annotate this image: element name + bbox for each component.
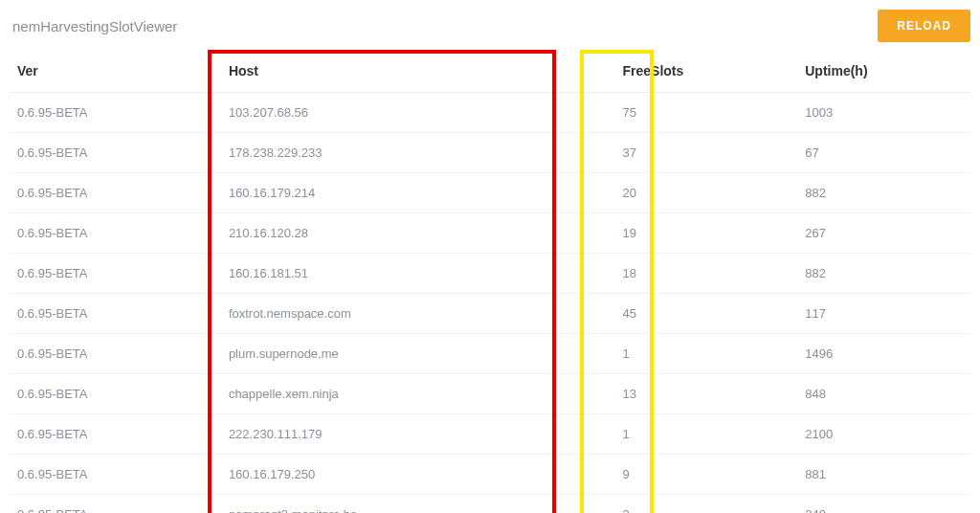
cell-host: 103.207.68.56 bbox=[221, 93, 615, 133]
cell-host: chappelle.xem.ninja bbox=[221, 374, 615, 414]
table-row: 0.6.95-BETA103.207.68.56751003 bbox=[10, 93, 970, 133]
col-header-host: Host bbox=[221, 50, 615, 93]
cell-freeslots: 13 bbox=[615, 374, 798, 414]
table-row: 0.6.95-BETAchappelle.xem.ninja13848 bbox=[10, 374, 970, 414]
cell-host: 178.238.229.233 bbox=[221, 133, 615, 173]
cell-uptime: 882 bbox=[797, 173, 970, 213]
col-header-uptime: Uptime(h) bbox=[797, 50, 970, 93]
table-header-row: Ver Host FreeSlots Uptime(h) bbox=[10, 50, 970, 93]
cell-uptime: 881 bbox=[797, 455, 970, 495]
cell-host: 210.16.120.28 bbox=[221, 213, 615, 254]
col-header-freeslots: FreeSlots bbox=[615, 50, 798, 93]
cell-freeslots: 37 bbox=[615, 133, 798, 173]
cell-uptime: 2100 bbox=[797, 414, 970, 455]
cell-uptime: 67 bbox=[797, 133, 970, 173]
cell-uptime: 267 bbox=[797, 213, 970, 254]
table-row: 0.6.95-BETAnempragt3.manitpro.be3249 bbox=[10, 495, 970, 514]
cell-uptime: 848 bbox=[797, 374, 970, 414]
cell-uptime: 1496 bbox=[797, 334, 970, 374]
table-row: 0.6.95-BETA160.16.181.5118882 bbox=[10, 254, 970, 294]
col-header-ver: Ver bbox=[10, 50, 221, 93]
slots-table: Ver Host FreeSlots Uptime(h) 0.6.95-BETA… bbox=[10, 50, 970, 513]
cell-ver: 0.6.95-BETA bbox=[10, 93, 221, 133]
cell-ver: 0.6.95-BETA bbox=[10, 414, 221, 455]
cell-freeslots: 45 bbox=[615, 294, 798, 334]
table-container: Ver Host FreeSlots Uptime(h) 0.6.95-BETA… bbox=[10, 50, 970, 513]
cell-ver: 0.6.95-BETA bbox=[10, 495, 221, 514]
table-row: 0.6.95-BETA178.238.229.2333767 bbox=[10, 133, 970, 173]
cell-freeslots: 9 bbox=[615, 455, 798, 495]
reload-button[interactable]: RELOAD bbox=[878, 10, 970, 42]
table-row: 0.6.95-BETA160.16.179.21420882 bbox=[10, 173, 970, 213]
cell-host: nempragt3.manitpro.be bbox=[221, 495, 615, 514]
table-row: 0.6.95-BETAfoxtrot.nemspace.com45117 bbox=[10, 294, 970, 334]
table-row: 0.6.95-BETAplum.supernode.me11496 bbox=[10, 334, 970, 374]
cell-freeslots: 1 bbox=[615, 414, 798, 455]
cell-freeslots: 75 bbox=[615, 93, 798, 133]
cell-freeslots: 18 bbox=[615, 254, 798, 294]
cell-host: 160.16.179.214 bbox=[221, 173, 615, 213]
cell-ver: 0.6.95-BETA bbox=[10, 374, 221, 414]
cell-ver: 0.6.95-BETA bbox=[10, 254, 221, 294]
cell-ver: 0.6.95-BETA bbox=[10, 455, 221, 495]
cell-ver: 0.6.95-BETA bbox=[10, 294, 221, 334]
cell-ver: 0.6.95-BETA bbox=[10, 213, 221, 254]
cell-host: 160.16.179.250 bbox=[221, 455, 615, 495]
cell-uptime: 1003 bbox=[797, 93, 970, 133]
cell-freeslots: 1 bbox=[615, 334, 798, 374]
table-row: 0.6.95-BETA160.16.179.2509881 bbox=[10, 455, 970, 495]
table-row: 0.6.95-BETA222.230.111.17912100 bbox=[10, 414, 970, 455]
cell-host: foxtrot.nemspace.com bbox=[221, 294, 615, 334]
cell-ver: 0.6.95-BETA bbox=[10, 133, 221, 173]
cell-ver: 0.6.95-BETA bbox=[10, 334, 221, 374]
cell-freeslots: 19 bbox=[615, 213, 798, 254]
cell-host: 222.230.111.179 bbox=[221, 414, 615, 455]
cell-ver: 0.6.95-BETA bbox=[10, 173, 221, 213]
cell-freeslots: 20 bbox=[615, 173, 798, 213]
cell-uptime: 882 bbox=[797, 254, 970, 294]
cell-host: 160.16.181.51 bbox=[221, 254, 615, 294]
page-title: nemHarvestingSlotViewer bbox=[10, 18, 177, 34]
cell-uptime: 249 bbox=[797, 495, 970, 514]
cell-host: plum.supernode.me bbox=[221, 334, 615, 374]
cell-uptime: 117 bbox=[797, 294, 970, 334]
cell-freeslots: 3 bbox=[615, 495, 798, 514]
table-row: 0.6.95-BETA210.16.120.2819267 bbox=[10, 213, 970, 254]
